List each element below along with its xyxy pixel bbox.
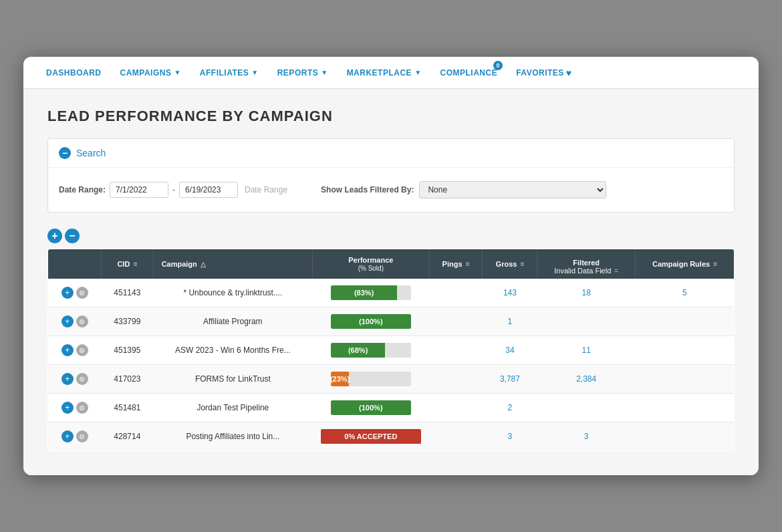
row-invalid-link[interactable]: 2,384 <box>576 374 596 384</box>
row-invalid-data: 11 <box>537 336 636 365</box>
row-campaign-rules <box>635 336 734 365</box>
row-gear-button[interactable]: ⚙ <box>76 430 88 442</box>
th-filtered: FilteredInvalid Data Field = <box>537 249 636 279</box>
perf-bar-fill: (23%) <box>331 372 350 386</box>
nav-marketplace[interactable]: MARKETPLACE ▼ <box>338 57 431 89</box>
row-performance: (68%) <box>313 336 430 365</box>
table-row: + ⚙ 451395ASW 2023 - Win 6 Months Fre...… <box>48 336 735 365</box>
row-actions-cell: + ⚙ <box>48 279 102 307</box>
date-separator: - <box>172 185 175 194</box>
collapse-icon[interactable]: − <box>59 147 71 159</box>
perf-bar-container: (100%) <box>331 314 411 329</box>
row-gross-link[interactable]: 143 <box>503 288 517 297</box>
row-gross-link[interactable]: 2 <box>508 403 513 412</box>
date-range-label: Date Range: <box>59 185 106 194</box>
page-title: LEAD PERFORMANCE BY CAMPAIGN <box>47 108 735 125</box>
row-cid: 451395 <box>102 336 154 365</box>
row-gross: 1 <box>483 307 537 336</box>
th-pings: Pings = <box>429 249 483 279</box>
row-campaign: ASW 2023 - Win 6 Months Fre... <box>153 336 312 365</box>
row-gross: 3 <box>483 422 537 451</box>
heart-icon: ♥ <box>566 68 572 78</box>
search-body: Date Range: - Date Range Show Leads Filt… <box>48 168 734 198</box>
row-gross-link[interactable]: 3 <box>508 432 513 441</box>
row-pings <box>429 422 483 451</box>
row-actions-cell: + ⚙ <box>48 307 102 336</box>
th-campaign: Campaign △ <box>153 249 312 279</box>
nav-favorites[interactable]: FAVORITES ♥ <box>507 57 581 89</box>
row-add-button[interactable]: + <box>61 344 74 356</box>
row-campaign: * Unbounce & try.linktrust.... <box>153 279 312 307</box>
compliance-badge: 0 <box>493 61 503 70</box>
th-performance: Performance(% Sold) <box>313 249 430 279</box>
row-performance: (100%) <box>313 307 430 336</box>
search-toggle[interactable]: − Search <box>48 139 734 168</box>
row-gross-link[interactable]: 34 <box>505 346 514 355</box>
nav-campaigns[interactable]: CAMPAIGNS ▼ <box>111 57 190 89</box>
perf-bar-fill: (100%) <box>331 400 411 415</box>
leads-filter-select[interactable]: None Accepted Rejected Filtered <box>419 181 606 198</box>
nav-dashboard-label: DASHBOARD <box>46 68 102 78</box>
remove-row-button[interactable]: − <box>65 229 80 243</box>
add-row-button[interactable]: + <box>47 229 62 243</box>
row-add-button[interactable]: + <box>61 287 74 299</box>
row-add-button[interactable]: + <box>61 373 74 385</box>
row-campaign: Affiliate Program <box>153 307 312 336</box>
row-gear-button[interactable]: ⚙ <box>76 315 88 327</box>
row-gear-button[interactable]: ⚙ <box>76 402 88 414</box>
table-header-row: CID = Campaign △ Performance(% Sold) Pin… <box>48 249 735 279</box>
row-cid: 451143 <box>102 279 154 307</box>
row-campaign-rules <box>635 307 734 336</box>
row-invalid-data: 2,384 <box>537 365 636 394</box>
row-pings <box>429 336 483 365</box>
row-gross: 2 <box>483 394 537 422</box>
perf-bar-fill: (100%) <box>331 314 411 329</box>
row-add-button[interactable]: + <box>61 315 74 327</box>
nav-favorites-label: FAVORITES <box>516 68 564 78</box>
nav-affiliates[interactable]: AFFILIATES ▼ <box>190 57 268 89</box>
row-gross-link[interactable]: 3,787 <box>500 374 520 384</box>
row-add-button[interactable]: + <box>61 402 74 414</box>
row-performance: (23%) <box>313 365 430 394</box>
row-invalid-link[interactable]: 11 <box>582 346 591 355</box>
leads-filter-label: Show Leads Filtered By: <box>321 185 414 194</box>
row-gear-button[interactable]: ⚙ <box>76 373 88 385</box>
date-hint: Date Range <box>245 185 287 194</box>
nav-campaigns-label: CAMPAIGNS <box>120 68 172 78</box>
perf-bar-fill: (83%) <box>331 285 398 300</box>
row-gear-button[interactable]: ⚙ <box>76 287 88 299</box>
nav-dashboard[interactable]: DASHBOARD <box>37 57 111 89</box>
row-gross: 34 <box>483 336 537 365</box>
main-nav: DASHBOARD CAMPAIGNS ▼ AFFILIATES ▼ REPOR… <box>23 57 759 89</box>
row-pings <box>429 307 483 336</box>
row-cid: 433799 <box>102 307 154 336</box>
nav-reports[interactable]: REPORTS ▼ <box>268 57 338 89</box>
nav-reports-label: REPORTS <box>277 68 319 78</box>
nav-compliance[interactable]: COMPLIANCE 0 <box>431 57 507 89</box>
row-invalid-link[interactable]: 18 <box>582 288 591 297</box>
perf-bar-container: (68%) <box>331 343 411 358</box>
date-end-input[interactable] <box>179 182 238 198</box>
row-campaign-rules <box>635 422 734 451</box>
row-invalid-data: 3 <box>537 422 636 451</box>
app-window: DASHBOARD CAMPAIGNS ▼ AFFILIATES ▼ REPOR… <box>23 57 759 475</box>
row-campaign-rules <box>635 394 734 422</box>
row-campaign-rules <box>635 365 734 394</box>
nav-compliance-label: COMPLIANCE <box>440 68 498 78</box>
perf-bar-container: (100%) <box>331 400 411 415</box>
row-gear-button[interactable]: ⚙ <box>76 344 88 356</box>
row-invalid-data: 18 <box>537 279 636 307</box>
row-actions-cell: + ⚙ <box>48 422 102 451</box>
date-start-input[interactable] <box>110 182 168 198</box>
row-invalid-link[interactable]: 3 <box>584 432 589 441</box>
row-invalid-data <box>537 394 636 422</box>
row-rules-link[interactable]: 5 <box>682 288 687 297</box>
perf-bar-rejected: 0% ACCEPTED <box>321 429 422 444</box>
th-gross: Gross = <box>483 249 537 279</box>
row-gross-link[interactable]: 1 <box>508 317 513 326</box>
perf-bar-fill: (68%) <box>331 343 386 358</box>
row-pings <box>429 365 483 394</box>
row-add-button[interactable]: + <box>61 430 74 442</box>
perf-bar-container: (83%) <box>331 285 411 300</box>
table-row: + ⚙ 433799Affiliate Program (100%) 1 <box>48 307 735 336</box>
